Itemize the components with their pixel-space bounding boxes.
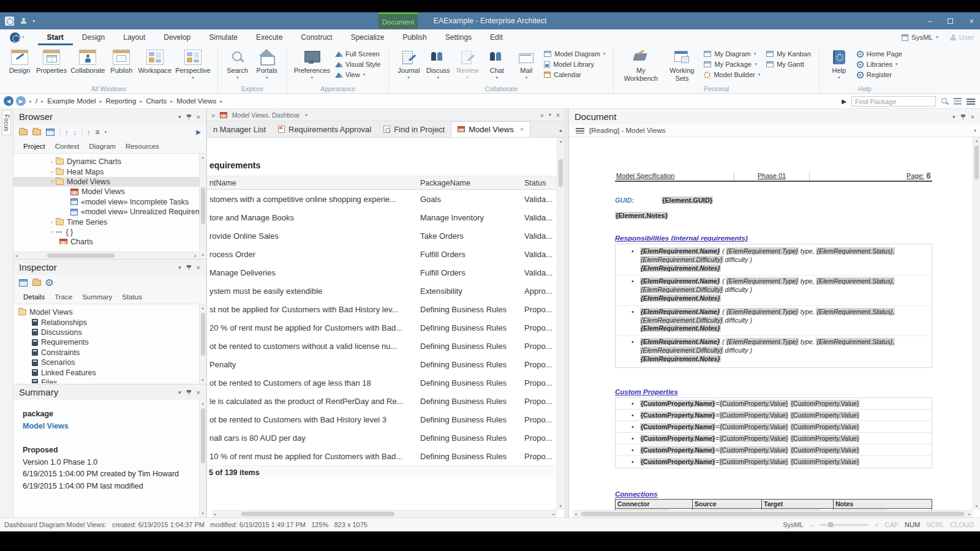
register-menu-item[interactable]: Register (857, 71, 902, 78)
caption-collapse-icon[interactable]: « (540, 111, 544, 119)
inspector-item[interactable]: Discussions (13, 328, 206, 337)
ribbon-tab-publish[interactable]: Publish (393, 29, 435, 45)
table-row[interactable]: ot be rented to Customers of age less th… (207, 373, 557, 392)
zoom-out-icon[interactable]: – (810, 521, 813, 528)
hamburger-menu-icon[interactable] (967, 99, 975, 105)
workspace-button[interactable]: Workspace (138, 48, 172, 75)
my-workbench-button[interactable]: My Workbench (620, 48, 661, 82)
column-element-name[interactable]: ntName (207, 179, 420, 187)
document-vscrollbar[interactable]: ▴ ▾ (973, 137, 980, 510)
discuss-button[interactable]: Discuss▾ (425, 48, 451, 80)
breadcrumb-root[interactable]: / (36, 97, 37, 105)
working-sets-button[interactable]: Working Sets (665, 48, 699, 82)
table-row[interactable]: Manage Deliveries Fulfill Orders Valida.… (207, 263, 557, 282)
table-row[interactable]: st not be applied for Customers with Bad… (207, 300, 557, 318)
reading-bar-dropdown-icon[interactable]: ▾ (974, 128, 976, 133)
browser-vscrollbar[interactable]: ▴ ▾ (199, 154, 206, 259)
table-row[interactable]: tore and Manage Books Manage Inventory V… (207, 208, 557, 227)
tree-item-incomplete-tasks[interactable]: «model view» Incomplete Tasks (13, 197, 206, 207)
open-package-icon[interactable] (32, 129, 41, 135)
document-pin-icon[interactable] (961, 114, 965, 119)
ribbon-tab-start[interactable]: Start (38, 29, 73, 45)
inspector-sparx-icon[interactable] (46, 279, 53, 286)
table-row[interactable]: ot be rented to customers without a vali… (207, 337, 557, 355)
my-gantt-menu-item[interactable]: My Gantt (766, 61, 811, 68)
focus-tab[interactable]: Focus (2, 110, 11, 135)
nav-forward-button[interactable]: ▶ (16, 96, 26, 106)
ribbon-tab-construct[interactable]: Construct (292, 29, 341, 45)
collaborate-button[interactable]: Collaborate (70, 48, 105, 75)
table-row[interactable]: rocess Order Fulfill Orders Valida... (207, 245, 557, 263)
tab-requirements-approval[interactable]: Requirements Approval (272, 121, 377, 137)
document-hscrollbar[interactable]: ◂ ▸ (573, 510, 973, 517)
visual-style-menu-item[interactable]: Visual Style (335, 61, 380, 68)
help-button[interactable]: Help▾ (826, 48, 852, 80)
breadcrumb-reporting[interactable]: Reporting (106, 97, 137, 105)
inspector-item[interactable]: Requirements (13, 337, 206, 347)
browser-tab-context[interactable]: Context (51, 140, 84, 153)
caption-close-icon[interactable]: × (556, 111, 560, 119)
inspector-item[interactable]: Constraints (13, 348, 206, 358)
tree-item-charts[interactable]: Charts (13, 237, 206, 244)
summary-dropdown-icon[interactable]: ▾ (178, 389, 181, 395)
breadcrumb-example-model[interactable]: Example Model (47, 97, 96, 105)
tree-item-braces[interactable]: ▹•••{ } (13, 227, 206, 237)
inspector-tab-details[interactable]: Details (19, 290, 49, 304)
design-button[interactable]: Design (7, 48, 32, 75)
ribbon-tab-settings[interactable]: Settings (436, 29, 481, 45)
tab-find-in-project[interactable]: Find in Project (377, 121, 451, 137)
new-diagram-icon[interactable] (46, 129, 55, 136)
table-row[interactable]: rovide Online Sales Take Orders Valida..… (207, 227, 557, 245)
my-diagram-menu-item[interactable]: My Diagram▾ (704, 50, 760, 58)
browser-expand-icon[interactable]: ▶ (196, 129, 201, 135)
perspective-button[interactable]: Perspective▾ (175, 48, 210, 80)
search-button[interactable]: Search▾ (225, 48, 251, 80)
caption-back-icon[interactable]: ◂ (305, 112, 307, 118)
breadcrumb-charts[interactable]: Charts (146, 97, 167, 105)
perspective-selector[interactable]: SysML (911, 34, 933, 41)
summary-package-link[interactable]: Model Views (23, 421, 206, 433)
home-page-menu-item[interactable]: Home Page (857, 50, 902, 58)
user-label[interactable]: User (959, 34, 974, 41)
column-status[interactable]: Status (524, 179, 557, 187)
libraries-menu-item[interactable]: Libraries▾ (857, 61, 902, 68)
document-menu-icon[interactable] (576, 128, 584, 133)
preferences-button[interactable]: Preferences▾ (294, 48, 330, 80)
zoom-slider[interactable] (820, 524, 869, 526)
table-row[interactable]: le is calculated as the product of RentP… (207, 392, 557, 410)
browser-dropdown-icon[interactable]: ▾ (178, 114, 181, 120)
browser-pin-icon[interactable] (187, 114, 191, 119)
caption-label[interactable]: Model Views. Dashboar (232, 111, 300, 119)
ribbon-tab-edit[interactable]: Edit (481, 29, 512, 45)
close-button[interactable]: × (969, 17, 974, 26)
find-package-input[interactable] (851, 96, 936, 107)
inspector-tab-trace[interactable]: Trace (50, 290, 77, 304)
ribbon-tab-specialize[interactable]: Specialize (342, 29, 394, 45)
summary-vscrollbar[interactable]: ▴ ▾ (199, 400, 206, 517)
table-row[interactable]: 10 % of rent must be applied for Custome… (207, 447, 557, 465)
view-menu-item[interactable]: View▾ (335, 71, 380, 78)
model-library-menu-item[interactable]: Model Library (544, 61, 605, 68)
move-up-icon[interactable]: ↑ (65, 129, 69, 136)
tree-item-model-views-diagram[interactable]: Model Views (13, 187, 206, 197)
column-package-name[interactable]: PackageName (420, 179, 524, 187)
tree-item-time-series[interactable]: ▹Time Series (13, 217, 206, 227)
browser-tab-project[interactable]: Project (19, 140, 50, 153)
inspector-folder-icon[interactable] (32, 280, 41, 286)
sparx-menu-icon[interactable] (10, 32, 20, 43)
inspector-details-icon[interactable] (19, 279, 28, 287)
breadcrumb-model-views[interactable]: Model Views (176, 97, 216, 105)
center-hscrollbar[interactable]: ◂ ▸ (212, 510, 557, 517)
browser-tab-diagram[interactable]: Diagram (85, 140, 119, 153)
portals-button[interactable]: Portals▾ (254, 48, 280, 80)
nav-back-button[interactable]: ◀ (4, 96, 13, 106)
inspector-tab-status[interactable]: Status (118, 290, 146, 304)
table-row[interactable]: 20 % of rent must be applied for Custome… (207, 318, 557, 337)
table-row[interactable]: ot be rented to Customers with Bad Histo… (207, 410, 557, 429)
publish-button[interactable]: Publish (108, 48, 134, 75)
my-package-menu-item[interactable]: My Package▾ (704, 61, 760, 68)
inspector-dropdown-icon[interactable]: ▾ (178, 264, 181, 271)
table-row[interactable]: ystem must be easily extendible Extensib… (207, 282, 557, 300)
inspector-close-icon[interactable]: × (197, 264, 200, 271)
hierarchy-icon[interactable] (954, 98, 962, 105)
